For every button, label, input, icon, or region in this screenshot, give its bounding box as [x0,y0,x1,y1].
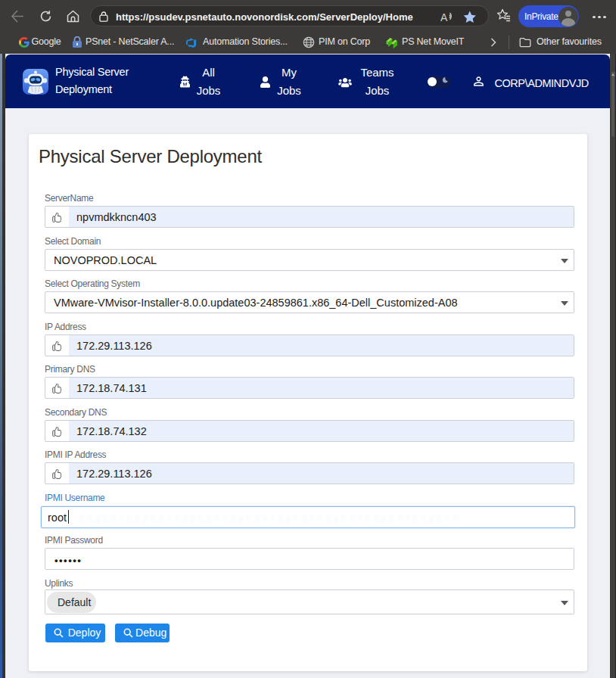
svg-text:A: A [440,11,448,23]
